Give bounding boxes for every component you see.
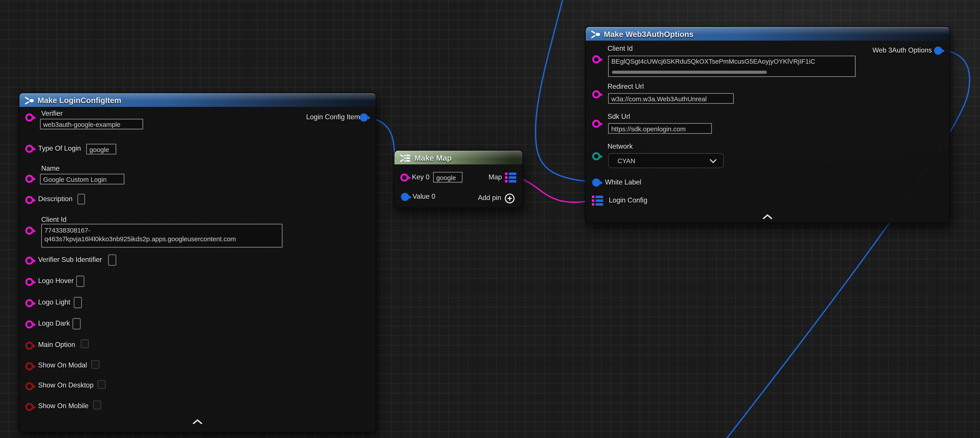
map-output-label: Map: [488, 173, 502, 181]
client-id-label: Client Id: [608, 44, 633, 52]
pin-main-option[interactable]: [25, 342, 33, 350]
pin-sdk-url[interactable]: [592, 120, 600, 128]
name-label: Name: [41, 164, 59, 172]
pin-web3auth-options-output[interactable]: [934, 46, 942, 55]
pin-show-on-modal[interactable]: [25, 362, 33, 371]
description-label: Description: [38, 195, 73, 202]
show-on-mobile-label: Show On Mobile: [38, 402, 89, 409]
logo-light-input[interactable]: [74, 297, 82, 308]
node-title: Make Map: [414, 154, 452, 162]
pin-login-config-item-output[interactable]: [360, 113, 368, 122]
client-id-input[interactable]: BEglQSgt4cUWcj6SKRdu5QkOXTsePmMcusG5EAoy…: [608, 56, 856, 77]
wire-map-to-loginconfig[interactable]: [516, 178, 591, 202]
pin-name[interactable]: [25, 175, 33, 183]
node-make-map[interactable]: Make Map Key 0 google Map Value 0 Add pi…: [394, 150, 523, 208]
logo-hover-label: Logo Hover: [38, 277, 74, 284]
add-pin-icon[interactable]: [504, 193, 515, 204]
pin-network[interactable]: [592, 152, 600, 161]
output-label: Login Config Item: [306, 113, 360, 121]
node-header[interactable]: Make Web3AuthOptions: [586, 27, 950, 41]
verifier-sub-identifier-input[interactable]: [108, 254, 116, 266]
white-label-label: White Label: [605, 178, 641, 186]
client-id-input[interactable]: 774338308167-q463s7kpvja16l4l0kko3nb925i…: [41, 224, 282, 248]
sdk-url-input[interactable]: https://sdk.openlogin.com: [608, 123, 712, 134]
blueprint-graph[interactable]: Make LoginConfigItem Login Config Item V…: [0, 0, 980, 438]
chevron-down-icon: [710, 159, 717, 164]
node-make-web3authoptions[interactable]: Make Web3AuthOptions Web 3Auth Options C…: [585, 26, 950, 223]
output-label: Web 3Auth Options: [872, 46, 932, 54]
node-title: Make LoginConfigItem: [38, 96, 121, 105]
logo-dark-input[interactable]: [73, 318, 81, 330]
pin-logo-dark[interactable]: [25, 320, 33, 328]
node-make-loginconfigitem[interactable]: Make LoginConfigItem Login Config Item V…: [19, 92, 376, 433]
show-on-desktop-label: Show On Desktop: [38, 381, 94, 389]
key-0-label: Key 0: [412, 173, 430, 181]
show-on-desktop-checkbox[interactable]: [97, 380, 106, 389]
key-0-input[interactable]: google: [433, 172, 462, 183]
logo-hover-input[interactable]: [76, 276, 84, 287]
node-title: Make Web3AuthOptions: [604, 30, 694, 38]
verifier-sub-identifier-label: Verifier Sub Identifier: [38, 256, 102, 263]
pin-login-config[interactable]: [592, 196, 603, 205]
logo-dark-label: Logo Dark: [38, 319, 70, 327]
pin-type-of-login[interactable]: [25, 145, 33, 153]
pin-map-output[interactable]: [505, 172, 516, 183]
collapse-node-chevron-icon[interactable]: [763, 214, 773, 219]
network-selected-value: CYAN: [617, 157, 635, 164]
main-option-label: Main Option: [38, 341, 75, 348]
network-label: Network: [608, 142, 633, 150]
pin-show-on-desktop[interactable]: [25, 382, 33, 390]
pin-verifier[interactable]: [25, 113, 33, 122]
make-struct-icon: [24, 96, 34, 105]
name-input[interactable]: Google Custom Login: [40, 174, 124, 185]
show-on-modal-label: Show On Modal: [38, 361, 87, 369]
login-config-label: Login Config: [609, 196, 648, 204]
pin-show-on-mobile[interactable]: [25, 403, 33, 411]
client-id-label: Client Id: [41, 216, 66, 223]
client-id-scrollbar[interactable]: [612, 70, 767, 74]
value-0-label: Value 0: [412, 193, 436, 200]
pin-client-id[interactable]: [592, 56, 600, 64]
type-of-login-label: Type Of Login: [38, 145, 81, 152]
description-input[interactable]: [78, 194, 85, 204]
pin-client-id[interactable]: [25, 226, 33, 235]
pin-logo-light[interactable]: [25, 299, 33, 307]
node-header[interactable]: Make LoginConfigItem: [19, 93, 375, 107]
add-pin-label[interactable]: Add pin: [478, 194, 501, 201]
node-header[interactable]: Make Map: [394, 151, 522, 164]
redirect-url-input[interactable]: w3a://com.w3a.Web3AuthUnreal: [608, 93, 734, 104]
pin-value-0[interactable]: [401, 193, 409, 201]
pin-verifier-sub-identifier[interactable]: [25, 256, 33, 265]
redirect-url-label: Redirect Url: [608, 83, 644, 90]
pin-redirect-url[interactable]: [592, 90, 600, 99]
main-option-checkbox[interactable]: [81, 339, 89, 348]
client-id-value: BEglQSgt4cUWcj6SKRdu5QkOXTsePmMcusG5EAoy…: [611, 57, 815, 65]
logo-light-label: Logo Light: [38, 298, 70, 306]
collapse-node-chevron-icon[interactable]: [192, 419, 202, 424]
pin-key-0[interactable]: [400, 174, 409, 182]
make-map-icon: [399, 154, 411, 162]
type-of-login-input[interactable]: google: [86, 144, 116, 154]
verifier-label: Verifier: [41, 110, 62, 117]
network-dropdown[interactable]: CYAN: [608, 153, 724, 168]
pin-logo-hover[interactable]: [25, 278, 33, 286]
pin-white-label[interactable]: [592, 178, 600, 187]
make-struct-icon: [590, 30, 600, 38]
pin-description[interactable]: [25, 196, 33, 204]
verifier-input[interactable]: web3auth-google-example: [40, 119, 143, 129]
show-on-modal-checkbox[interactable]: [91, 360, 99, 369]
sdk-url-label: Sdk Url: [608, 113, 630, 120]
show-on-mobile-checkbox[interactable]: [93, 401, 101, 409]
